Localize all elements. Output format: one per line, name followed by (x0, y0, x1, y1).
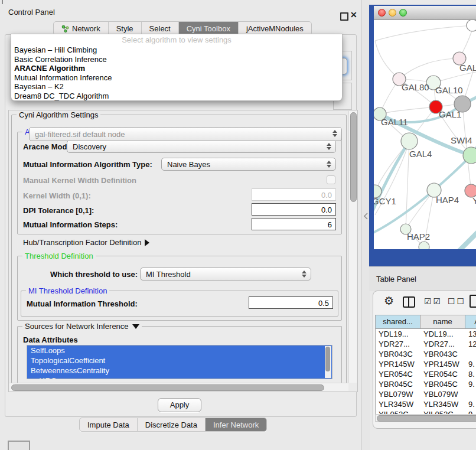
network-view-window: GAL GAL80 GAL10 GAL1 GAL11 SWI4 GAL4 GCY… (369, 5, 476, 266)
node-label: GAL1 (439, 109, 461, 119)
node-label: GAL (459, 63, 476, 73)
tab-style-label: Style (116, 24, 133, 33)
apply-button[interactable]: Apply (158, 398, 201, 412)
tab-cyni-toolbox[interactable]: Cyni Toolbox (178, 22, 238, 35)
close-traffic-light-icon[interactable] (378, 9, 386, 17)
split-columns-icon[interactable] (403, 296, 415, 308)
gear-icon[interactable]: ⚙ (384, 294, 394, 308)
network-icon (61, 25, 69, 32)
node-table: shared... name A YDL19...YDL19...13 YDR2… (375, 315, 476, 415)
combo-stepper-icon (332, 130, 337, 137)
deselect-all-icon[interactable]: ☐☐ (448, 296, 466, 306)
table-row[interactable]: YLR345WYLR345W9. (376, 399, 476, 409)
mi-threshold-label: Mutual Information Threshold: (27, 299, 138, 308)
control-panel-titlebar: Control Panel ✕ (0, 5, 361, 20)
algorithm-option[interactable]: Mutual Information Inference (11, 73, 342, 83)
table-row[interactable]: YDL19...YDL19...13 (376, 329, 476, 339)
zoom-traffic-light-icon[interactable] (399, 9, 407, 17)
tab-discretize-data[interactable]: Discretize Data (137, 418, 205, 431)
hub-definition-label: Hub/Transcription Factor Definition (23, 238, 141, 247)
table-row[interactable]: YBR043CYBR043C (376, 349, 476, 359)
table-row[interactable]: YBR045CYBR045C9. (376, 379, 476, 389)
tab-infer-network[interactable]: Infer Network (205, 418, 266, 431)
scrollbar-thumb[interactable] (350, 112, 357, 202)
node[interactable] (467, 20, 476, 31)
manual-kernel-checkbox[interactable] (327, 175, 335, 184)
mi-threshold-field[interactable]: 0.5 (249, 296, 333, 309)
algorithm-option[interactable]: Basic Correlation Inference (11, 55, 342, 64)
network-source-combobox-value: gal-filtered.sif default node (35, 130, 125, 139)
tab-jactivemnodules[interactable]: jActiveMNodules (238, 22, 311, 35)
list-item[interactable]: BetweennessCentrality (27, 366, 332, 376)
scrollbar-thumb[interactable] (11, 384, 324, 391)
tab-discretize-data-label: Discretize Data (145, 420, 197, 429)
which-threshold-combobox[interactable]: MI Threshold (140, 268, 311, 281)
table-row[interactable]: YDR27...YDR27...12 (376, 339, 476, 349)
column-header-clipped[interactable]: A (465, 315, 476, 328)
network-source-combobox[interactable]: gal-filtered.sif default node (29, 127, 342, 141)
node-gal4[interactable] (401, 133, 418, 149)
minimized-widget[interactable] (8, 441, 30, 450)
tab-style[interactable]: Style (108, 22, 141, 35)
hub-definition-expander[interactable]: Hub/Transcription Factor Definition (23, 238, 149, 247)
list-item[interactable]: SelfLoops (27, 345, 332, 356)
table-header-row: shared... name A (376, 315, 476, 329)
tab-impute-data[interactable]: Impute Data (80, 418, 137, 431)
which-threshold-value: MI Threshold (146, 270, 191, 279)
float-window-icon[interactable] (340, 12, 348, 21)
minimize-traffic-light-icon[interactable] (389, 9, 396, 17)
node-swi4[interactable] (463, 147, 476, 164)
sources-title[interactable]: Sources for Network Inference (22, 322, 142, 331)
mi-steps-label: Mutual Information Steps: (23, 220, 118, 229)
kernel-width-field[interactable]: 0.0 (252, 188, 336, 201)
table-horizontal-scrollbar[interactable] (375, 414, 476, 422)
algorithm-option[interactable]: Dream8 DC_TDC Algorithm (11, 92, 342, 101)
export-table-icon[interactable] (470, 295, 476, 308)
column-header-name[interactable]: name (420, 315, 465, 328)
table-row[interactable]: YBL079WYBL079W (376, 389, 476, 399)
list-item[interactable]: gal4RGexp (27, 376, 332, 379)
dpi-tolerance-field[interactable]: 0.0 (252, 203, 336, 216)
mi-type-label: Mutual Information Algorithm Type: (23, 160, 152, 169)
node[interactable] (419, 242, 429, 249)
settings-vertical-scrollbar[interactable] (348, 111, 357, 383)
list-item[interactable]: TopologicalCoefficient (27, 356, 332, 366)
tab-cyni-toolbox-label: Cyni Toolbox (187, 24, 230, 33)
node-label: Y (472, 195, 476, 206)
network-window-titlebar[interactable] (374, 6, 476, 20)
node-label: HAP2 (407, 231, 430, 242)
chevron-right-icon (145, 239, 149, 246)
network-canvas[interactable]: GAL GAL80 GAL10 GAL1 GAL11 SWI4 GAL4 GCY… (374, 20, 476, 249)
tab-select[interactable]: Select (141, 22, 178, 35)
tab-network[interactable]: Network (54, 22, 108, 35)
algorithm-option[interactable]: Bayesian – K2 (11, 82, 342, 92)
bottom-tab-strip: Impute Data Discretize Data Infer Networ… (79, 418, 267, 432)
node-label: HAP4 (436, 195, 459, 205)
screen: Control Panel ✕ Network Style Select Cyn… (0, 0, 476, 450)
cyni-algorithm-settings-title: Cyni Algorithm Settings (17, 110, 100, 119)
tab-jactivemnodules-label: jActiveMNodules (246, 24, 304, 33)
algorithm-option-selected[interactable]: ARACNE Algorithm (11, 64, 342, 73)
mi-steps-field[interactable]: 6 (252, 218, 336, 230)
combo-stepper-icon (302, 270, 307, 278)
tab-select-label: Select (149, 24, 171, 33)
settings-horizontal-scrollbar[interactable] (9, 383, 348, 391)
panel-resize-handle[interactable] (363, 213, 369, 220)
scrollbar-thumb[interactable] (325, 347, 330, 371)
table-row[interactable]: YPR145WYPR145W9. (376, 359, 476, 369)
chevron-down-icon (132, 324, 139, 329)
scrollbar-thumb[interactable] (377, 415, 476, 422)
list-scrollbar[interactable] (325, 346, 331, 378)
node-label: GAL4 (409, 149, 432, 159)
column-header-shared-name[interactable]: shared... (376, 315, 420, 328)
tab-network-label: Network (72, 24, 100, 33)
aracne-mode-combobox[interactable]: Discovery (67, 140, 336, 153)
close-icon[interactable]: ✕ (350, 10, 357, 19)
node-label: SWI4 (451, 135, 472, 145)
table-row[interactable]: YER054CYER054C8. (376, 369, 476, 379)
panel-divider (361, 0, 370, 450)
algorithm-option[interactable]: Bayesian – Hill Climbing (11, 45, 342, 55)
aracne-mode-value: Discovery (73, 142, 106, 151)
select-all-icon[interactable]: ☑☑ (424, 296, 442, 306)
mi-type-combobox[interactable]: Naive Bayes (161, 158, 336, 171)
